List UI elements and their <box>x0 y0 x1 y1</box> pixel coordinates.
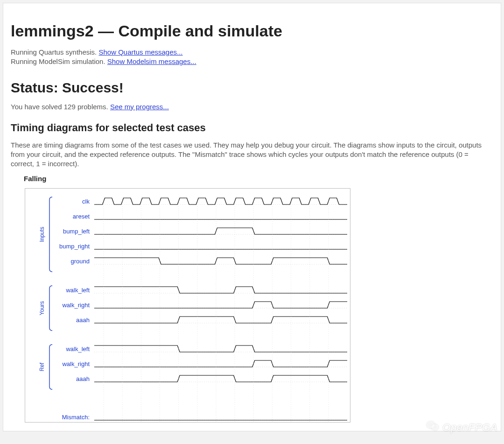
wechat-icon <box>427 421 439 434</box>
svg-text:Mismatch:: Mismatch: <box>62 414 90 421</box>
svg-text:aaah: aaah <box>76 375 90 382</box>
simulation-line: Running ModelSim simulation. Show Models… <box>11 57 493 66</box>
diagrams-heading: Timing diagrams for selected test cases <box>11 122 493 134</box>
status-heading: Status: Success! <box>11 80 493 96</box>
watermark-text: OpenFPGA <box>442 422 497 433</box>
svg-text:walk_right: walk_right <box>62 360 90 367</box>
timing-diagram: clkaresetbump_leftbump_rightgroundwalk_l… <box>25 188 350 423</box>
page-title: lemmings2 — Compile and simulate <box>11 22 493 40</box>
progress-text: You have solved 129 problems. <box>11 103 110 111</box>
svg-text:Yours: Yours <box>39 301 45 315</box>
svg-text:areset: areset <box>73 213 90 220</box>
synthesis-text: Running Quartus synthesis. <box>11 48 98 56</box>
svg-text:walk_left: walk_left <box>65 287 90 294</box>
timing-svg: clkaresetbump_leftbump_rightgroundwalk_l… <box>25 189 350 422</box>
progress-link[interactable]: See my progress... <box>110 103 169 111</box>
svg-text:ground: ground <box>71 258 90 265</box>
synthesis-line: Running Quartus synthesis. Show Quartus … <box>11 48 493 57</box>
watermark: OpenFPGA <box>427 421 497 434</box>
svg-text:walk_right: walk_right <box>62 302 90 309</box>
svg-point-54 <box>432 424 438 430</box>
svg-text:bump_left: bump_left <box>63 228 90 235</box>
svg-text:aaah: aaah <box>76 317 90 324</box>
show-quartus-link[interactable]: Show Quartus messages... <box>98 48 182 56</box>
svg-text:walk_left: walk_left <box>65 345 90 352</box>
simulation-text: Running ModelSim simulation. <box>11 57 107 65</box>
svg-text:bump_right: bump_right <box>59 243 90 250</box>
svg-text:clk: clk <box>82 198 90 205</box>
progress-line: You have solved 129 problems. See my pro… <box>11 102 493 112</box>
svg-text:Ref: Ref <box>39 362 45 371</box>
show-modelsim-link[interactable]: Show Modelsim messages... <box>107 57 196 65</box>
svg-text:Inputs: Inputs <box>39 226 45 242</box>
diagrams-intro: These are timing diagrams from some of t… <box>11 141 493 169</box>
testcase-name: Falling <box>24 175 493 183</box>
